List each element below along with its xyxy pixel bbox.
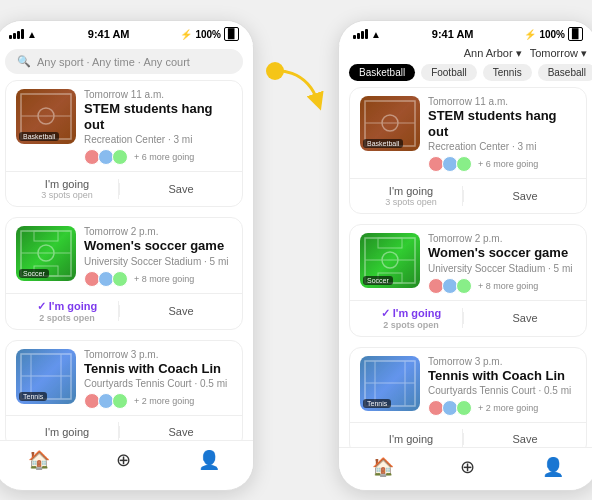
event-card-body: Basketball Tomorrow 11 a.m. STEM student… xyxy=(6,81,242,171)
going-button-r[interactable]: I'm going 3 spots open xyxy=(360,185,462,207)
event-time: Tomorrow 2 p.m. xyxy=(84,226,232,237)
event-card-body: Soccer Tomorrow 2 p.m. Women's soccer ga… xyxy=(350,225,586,300)
left-phone: ▲ 9:41 AM ⚡ 100% ▉ 🔍 Any sport · Any tim… xyxy=(0,20,254,491)
going-label: I'm going xyxy=(16,426,118,438)
going-label: ✓ I'm going xyxy=(360,307,462,320)
event-time: Tomorrow 11 a.m. xyxy=(84,89,232,100)
bottom-nav-right: 🏠 ⊕ 👤 xyxy=(339,447,592,490)
event-title: STEM students hang out xyxy=(428,108,576,139)
event-location: Recreation Center · 3 mi xyxy=(84,134,232,145)
going-label: I'm going xyxy=(360,433,462,445)
event-card-r-soccer[interactable]: Soccer Tomorrow 2 p.m. Women's soccer ga… xyxy=(349,224,587,337)
signal-bars xyxy=(9,29,24,39)
bluetooth-icon: ⚡ xyxy=(180,29,192,40)
nav-add-r[interactable]: ⊕ xyxy=(460,456,475,478)
event-tag-tennis: Tennis xyxy=(19,392,47,401)
signal-left: ▲ xyxy=(9,29,37,40)
event-card-r-tennis[interactable]: Tennis Tomorrow 3 p.m. Tennis with Coach… xyxy=(349,347,587,447)
more-going: + 8 more going xyxy=(134,274,194,284)
more-going: + 8 more going xyxy=(478,281,538,291)
event-info-tennis: Tomorrow 3 p.m. Tennis with Coach Lin Co… xyxy=(84,349,232,410)
spots-text: 3 spots open xyxy=(360,197,462,207)
save-button[interactable]: Save xyxy=(119,183,232,195)
event-title: Women's soccer game xyxy=(84,238,232,254)
event-title: STEM students hang out xyxy=(84,101,232,132)
going-button-confirmed[interactable]: ✓ I'm going 2 spots open xyxy=(16,300,118,323)
event-avatars: + 6 more going xyxy=(428,156,576,172)
going-button[interactable]: I'm going xyxy=(16,426,118,438)
bluetooth-icon-r: ⚡ xyxy=(524,29,536,40)
event-card-tennis[interactable]: Tennis Tomorrow 3 p.m. Tennis with Coach… xyxy=(5,340,243,440)
event-info-r-soccer: Tomorrow 2 p.m. Women's soccer game Univ… xyxy=(428,233,576,294)
going-label: I'm going xyxy=(16,178,118,190)
going-button[interactable]: I'm going 3 spots open xyxy=(16,178,118,200)
event-title: Tennis with Coach Lin xyxy=(428,368,576,384)
avatar xyxy=(112,271,128,287)
nav-profile[interactable]: 👤 xyxy=(198,449,220,471)
spots-text: 2 spots open xyxy=(360,320,462,330)
save-button[interactable]: Save xyxy=(119,305,232,317)
event-info-r-basketball: Tomorrow 11 a.m. STEM students hang out … xyxy=(428,96,576,172)
event-footer: I'm going Save xyxy=(350,422,586,447)
going-label: I'm going xyxy=(360,185,462,197)
battery-percent: 100% xyxy=(195,29,221,40)
event-card-soccer[interactable]: Soccer Tomorrow 2 p.m. Women's soccer ga… xyxy=(5,217,243,330)
right-phone: ▲ 9:41 AM ⚡ 100% ▉ Ann Arbor ▾ Tomorrow … xyxy=(338,20,592,491)
event-footer: ✓ I'm going 2 spots open Save xyxy=(6,293,242,329)
save-button-r-tennis[interactable]: Save xyxy=(463,433,576,445)
svg-rect-6 xyxy=(34,231,58,241)
event-footer: ✓ I'm going 2 spots open Save xyxy=(350,300,586,336)
save-button-r[interactable]: Save xyxy=(463,190,576,202)
event-location: Courtyards Tennis Court · 0.5 mi xyxy=(428,385,576,396)
event-tag-r-tennis: Tennis xyxy=(363,399,391,408)
search-placeholder: Any sport · Any time · Any court xyxy=(37,56,190,68)
going-button-r-tennis[interactable]: I'm going xyxy=(360,433,462,445)
event-card-body: Basketball Tomorrow 11 a.m. STEM student… xyxy=(350,88,586,178)
arrow-graphic xyxy=(266,62,326,122)
event-time: Tomorrow 11 a.m. xyxy=(428,96,576,107)
event-location: Courtyards Tennis Court · 0.5 mi xyxy=(84,378,232,389)
event-time: Tomorrow 3 p.m. xyxy=(84,349,232,360)
more-going: + 2 more going xyxy=(134,396,194,406)
search-bar-left[interactable]: 🔍 Any sport · Any time · Any court xyxy=(5,49,243,74)
battery-percent-r: 100% xyxy=(539,29,565,40)
yellow-circle xyxy=(266,62,284,80)
event-location: Recreation Center · 3 mi xyxy=(428,141,576,152)
event-info-basketball: Tomorrow 11 a.m. STEM students hang out … xyxy=(84,89,232,165)
event-footer: I'm going Save xyxy=(6,415,242,440)
filter-tab-baseball[interactable]: Baseball xyxy=(538,64,592,81)
signal-right: ▲ xyxy=(353,29,381,40)
events-list-left: Basketball Tomorrow 11 a.m. STEM student… xyxy=(0,80,253,440)
save-button-r[interactable]: Save xyxy=(463,312,576,324)
avatar xyxy=(112,149,128,165)
nav-home[interactable]: 🏠 xyxy=(28,449,50,471)
wifi-icon-r: ▲ xyxy=(371,29,381,40)
search-icon: 🔍 xyxy=(17,55,31,68)
event-avatars: + 2 more going xyxy=(84,393,232,409)
filter-tab-basketball[interactable]: Basketball xyxy=(349,64,415,81)
save-button[interactable]: Save xyxy=(119,426,232,438)
wifi-icon: ▲ xyxy=(27,29,37,40)
event-avatars: + 8 more going xyxy=(84,271,232,287)
nav-profile-r[interactable]: 👤 xyxy=(542,456,564,478)
nav-add[interactable]: ⊕ xyxy=(116,449,131,471)
event-card-body: Tennis Tomorrow 3 p.m. Tennis with Coach… xyxy=(6,341,242,416)
avatar xyxy=(456,156,472,172)
more-going: + 2 more going xyxy=(478,403,538,413)
event-info-r-tennis: Tomorrow 3 p.m. Tennis with Coach Lin Co… xyxy=(428,356,576,417)
svg-rect-19 xyxy=(378,238,402,248)
event-footer: I'm going 3 spots open Save xyxy=(6,171,242,206)
filter-tab-football[interactable]: Football xyxy=(421,64,477,81)
nav-home-r[interactable]: 🏠 xyxy=(372,456,394,478)
time-filter-button[interactable]: Tomorrow ▾ xyxy=(530,47,587,60)
event-card-basketball[interactable]: Basketball Tomorrow 11 a.m. STEM student… xyxy=(5,80,243,207)
filter-tab-tennis[interactable]: Tennis xyxy=(483,64,532,81)
location-button[interactable]: Ann Arbor ▾ xyxy=(464,47,522,60)
status-bar-right: ▲ 9:41 AM ⚡ 100% ▉ xyxy=(339,21,592,45)
event-card-r-basketball[interactable]: Basketball Tomorrow 11 a.m. STEM student… xyxy=(349,87,587,214)
battery-bar-r: ▉ xyxy=(568,27,583,41)
time-left: 9:41 AM xyxy=(88,28,130,40)
event-card-body: Soccer Tomorrow 2 p.m. Women's soccer ga… xyxy=(6,218,242,293)
event-avatars: + 6 more going xyxy=(84,149,232,165)
going-button-r-confirmed[interactable]: ✓ I'm going 2 spots open xyxy=(360,307,462,330)
